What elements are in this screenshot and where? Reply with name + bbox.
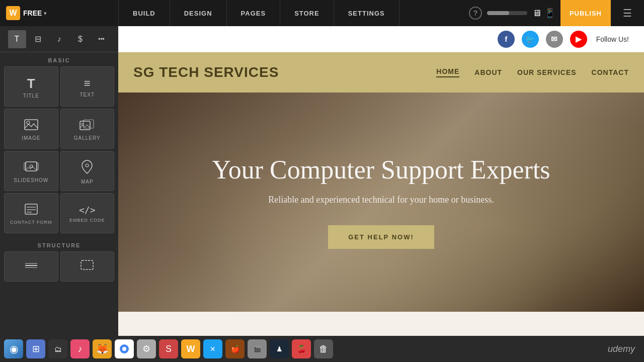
settings-icon[interactable]: ⚙ bbox=[137, 339, 156, 358]
main-layout: T ⊟ ♪ $ ••• BASIC T TITLE ≡ TEXT bbox=[0, 26, 644, 336]
hero-subtitle: Reliable and experienced technical for y… bbox=[212, 195, 550, 205]
device-switcher: 🖥 📱 bbox=[532, 8, 555, 19]
slideshow-icon bbox=[24, 161, 39, 174]
progress-fill bbox=[487, 11, 509, 15]
svg-rect-17 bbox=[81, 260, 93, 269]
help-button[interactable]: ? bbox=[469, 7, 482, 20]
app3-icon[interactable]: 🗂 bbox=[48, 339, 67, 358]
nav-settings[interactable]: SETTINGS bbox=[334, 0, 399, 26]
launchpad-icon[interactable]: ⊞ bbox=[26, 339, 45, 358]
container-tool[interactable] bbox=[60, 251, 115, 282]
svg-rect-6 bbox=[24, 163, 26, 170]
title-label: TITLE bbox=[23, 93, 39, 99]
basic-section-title: BASIC bbox=[0, 52, 118, 66]
embed-code-icon: </> bbox=[79, 206, 96, 215]
twitter-task-icon[interactable]: ✕ bbox=[203, 339, 222, 358]
mobile-icon[interactable]: 📱 bbox=[544, 8, 555, 19]
map-tool[interactable]: MAP bbox=[60, 151, 115, 191]
nav-build[interactable]: BUILD bbox=[118, 0, 170, 26]
map-label: MAP bbox=[81, 179, 94, 185]
nav-our-services[interactable]: OUR SERVICES bbox=[517, 68, 577, 76]
twitter-icon[interactable]: 🐦 bbox=[522, 31, 539, 48]
more-tools-button[interactable]: ••• bbox=[93, 30, 111, 48]
itunes-icon[interactable]: ♪ bbox=[70, 339, 90, 358]
publish-button[interactable]: PUBLISH bbox=[560, 0, 611, 26]
top-bar: W FREE ▾ BUILD DESIGN PAGES STORE SETTIN… bbox=[0, 0, 644, 26]
dollar-tool-button[interactable]: $ bbox=[71, 30, 90, 48]
contact-form-icon bbox=[25, 204, 38, 217]
hero-title: Your Computer Support Experts bbox=[212, 155, 550, 184]
site-nav: HOME ABOUT OUR SERVICES CONTACT bbox=[436, 67, 629, 77]
svg-rect-0 bbox=[25, 120, 38, 130]
facebook-icon[interactable]: f bbox=[498, 31, 515, 48]
app11-icon[interactable]: 🎬 bbox=[248, 339, 267, 358]
basic-tools-grid: T TITLE ≡ TEXT IMAGE bbox=[0, 66, 118, 237]
contact-form-tool[interactable]: CONTACT FORM bbox=[4, 193, 58, 233]
svg-point-19 bbox=[122, 347, 126, 351]
finder-icon[interactable]: ◉ bbox=[4, 339, 23, 358]
embed-code-tool[interactable]: </> EMBED CODE bbox=[60, 193, 115, 233]
slideshow-label: SLIDESHOW bbox=[14, 177, 48, 183]
nav-home[interactable]: HOME bbox=[436, 67, 459, 77]
logo-area: W FREE ▾ bbox=[0, 0, 118, 26]
site-header: SG TECH SERVICES HOME ABOUT OUR SERVICES… bbox=[118, 52, 644, 93]
svg-point-1 bbox=[27, 121, 30, 124]
image-label: IMAGE bbox=[22, 135, 40, 141]
plan-label[interactable]: FREE ▾ bbox=[23, 9, 46, 17]
gallery-label: GALLERY bbox=[74, 135, 101, 141]
trash-icon[interactable]: 🗑 bbox=[314, 339, 333, 358]
embed-code-label: EMBED CODE bbox=[69, 218, 105, 223]
website-preview: f 🐦 ✉ ▶ Follow Us! SG TECH SERVICES HOME… bbox=[118, 26, 644, 336]
hero-content: Your Computer Support Experts Reliable a… bbox=[192, 155, 570, 248]
nav-about[interactable]: ABOUT bbox=[474, 68, 502, 76]
follow-bar: f 🐦 ✉ ▶ Follow Us! bbox=[118, 26, 644, 52]
steam-icon[interactable]: ♟ bbox=[270, 339, 289, 358]
firefox-icon[interactable]: 🦊 bbox=[93, 339, 112, 358]
youtube-icon[interactable]: ▶ bbox=[570, 31, 587, 48]
app13-icon[interactable]: 🍒 bbox=[292, 339, 311, 358]
title-icon: T bbox=[27, 77, 35, 90]
sequel-icon[interactable]: S bbox=[159, 339, 178, 358]
structure-tools-grid bbox=[0, 251, 118, 286]
nav-store[interactable]: STORE bbox=[280, 0, 334, 26]
udemy-logo: udemy bbox=[608, 344, 640, 354]
progress-bar bbox=[487, 11, 527, 15]
svg-rect-7 bbox=[37, 163, 38, 170]
hamburger-menu[interactable]: ☰ bbox=[616, 7, 639, 19]
nav-contact[interactable]: CONTACT bbox=[592, 68, 629, 76]
text-tool[interactable]: ≡ TEXT bbox=[60, 66, 115, 107]
taskbar: ◉ ⊞ 🗂 ♪ 🦊 ⚙ S W ✕ 🍎 🎬 ♟ 🍒 🗑 udemy bbox=[0, 336, 644, 362]
email-icon[interactable]: ✉ bbox=[546, 31, 563, 48]
map-icon bbox=[82, 160, 93, 176]
chrome-icon[interactable] bbox=[115, 339, 134, 358]
structure-section-title: STRUCTURE bbox=[0, 237, 118, 251]
content-area: f 🐦 ✉ ▶ Follow Us! SG TECH SERVICES HOME… bbox=[118, 26, 644, 336]
music-tool-button[interactable]: ♪ bbox=[50, 30, 68, 48]
nav-pages[interactable]: PAGES bbox=[227, 0, 281, 26]
container-icon bbox=[80, 260, 94, 272]
toolbar-icons: T ⊟ ♪ $ ••• bbox=[0, 26, 118, 52]
contact-form-label: CONTACT FORM bbox=[10, 220, 52, 225]
follow-us-text: Follow Us! bbox=[596, 35, 629, 43]
svg-point-9 bbox=[86, 164, 89, 167]
image-tool[interactable]: IMAGE bbox=[4, 109, 58, 149]
text-label: TEXT bbox=[79, 92, 95, 98]
top-right-controls: ? 🖥 📱 PUBLISH ☰ bbox=[469, 0, 644, 26]
svg-rect-10 bbox=[25, 204, 37, 214]
layout-tool-button[interactable]: ⊟ bbox=[29, 30, 47, 48]
weebly-logo[interactable]: W bbox=[6, 6, 20, 20]
hero-cta-button[interactable]: GET HELP NOW! bbox=[328, 225, 434, 249]
slideshow-tool[interactable]: SLIDESHOW bbox=[4, 151, 58, 191]
text-icon: ≡ bbox=[84, 78, 91, 89]
text-tool-button[interactable]: T bbox=[8, 30, 26, 48]
nav-design[interactable]: DESIGN bbox=[170, 0, 227, 26]
divider-tool[interactable] bbox=[4, 251, 58, 282]
gallery-tool[interactable]: GALLERY bbox=[60, 109, 115, 149]
app10-icon[interactable]: 🍎 bbox=[225, 339, 245, 358]
divider-icon bbox=[25, 260, 38, 272]
hero-section: Your Computer Support Experts Reliable a… bbox=[118, 93, 644, 312]
desktop-icon[interactable]: 🖥 bbox=[532, 8, 541, 19]
title-tool[interactable]: T TITLE bbox=[4, 66, 58, 107]
weebly-task-icon[interactable]: W bbox=[181, 339, 200, 358]
svg-rect-5 bbox=[26, 162, 37, 171]
